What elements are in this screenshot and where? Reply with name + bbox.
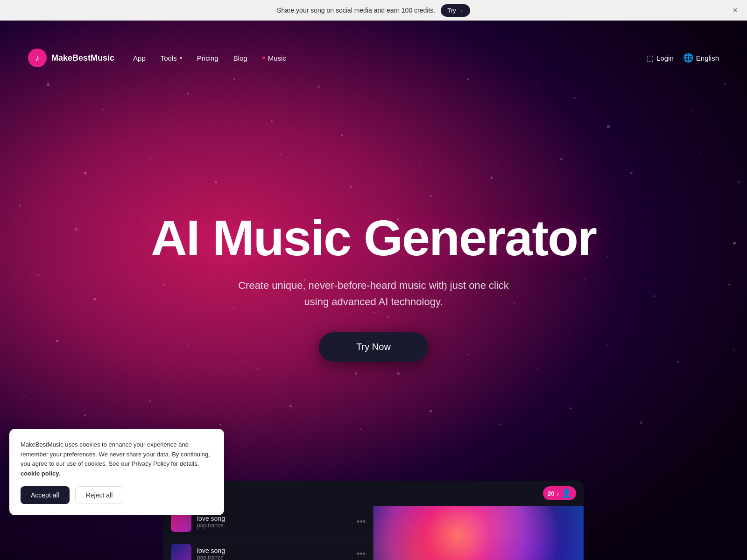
logo-text: MakeBestMusic xyxy=(51,53,114,63)
try-now-button[interactable]: Try Now xyxy=(319,332,428,362)
nav-links: App Tools ▾ Pricing Blog Music xyxy=(133,54,647,62)
cookie-buttons: Accept all Reject all xyxy=(21,486,213,504)
nav-app[interactable]: App xyxy=(133,54,146,62)
hero-title: AI Music Generator xyxy=(151,211,596,264)
globe-icon: 🌐 xyxy=(683,53,693,63)
reject-cookies-button[interactable]: Reject all xyxy=(75,486,124,504)
preview-content: love song pop,trance ••• love song pop,t… xyxy=(163,506,584,560)
logo[interactable]: ♪ MakeBestMusic xyxy=(28,49,114,67)
login-icon: ⬚ xyxy=(647,54,654,63)
credit-badge: 20 ♪ 👤 xyxy=(543,486,576,500)
song-tags: pop,trance xyxy=(197,554,351,560)
banner-try-button[interactable]: Try → xyxy=(441,4,470,17)
banner-text: Share your song on social media and earn… xyxy=(277,7,435,14)
hero-section: ♪ MakeBestMusic App Tools ▾ Pricing Blog… xyxy=(0,21,747,560)
cookie-banner: MakeBestMusic uses cookies to enhance yo… xyxy=(9,429,224,515)
navbar: ♪ MakeBestMusic App Tools ▾ Pricing Blog… xyxy=(0,41,747,75)
preview-header: 20 ♪ 👤 xyxy=(163,481,584,506)
banner-close-button[interactable]: × xyxy=(733,6,738,14)
art-panel xyxy=(374,506,584,560)
avatar-icon: 👤 xyxy=(561,488,571,498)
cookie-text: MakeBestMusic uses cookies to enhance yo… xyxy=(21,440,213,479)
song-more-button[interactable]: ••• xyxy=(357,549,366,559)
logo-icon: ♪ xyxy=(28,49,47,67)
song-info: love song pop,trance xyxy=(197,515,351,529)
nav-music[interactable]: Music xyxy=(262,54,286,62)
nav-pricing[interactable]: Pricing xyxy=(197,54,218,62)
song-name: love song xyxy=(197,515,351,522)
music-dot-icon xyxy=(262,56,265,59)
song-thumbnail xyxy=(171,544,191,560)
cookie-policy-link[interactable]: cookie policy. xyxy=(21,470,60,477)
language-button[interactable]: 🌐 English xyxy=(683,53,719,63)
top-banner: Share your song on social media and earn… xyxy=(0,0,747,21)
nav-blog[interactable]: Blog xyxy=(233,54,247,62)
hero-subtitle: Create unique, never-before-heard music … xyxy=(233,277,514,310)
song-tags: pop,trance xyxy=(197,522,351,529)
song-info: love song pop,trance xyxy=(197,547,351,560)
song-item: love song pop,trance ••• xyxy=(163,538,373,560)
login-button[interactable]: ⬚ Login xyxy=(647,54,674,63)
bottom-preview: 20 ♪ 👤 love song pop,trance ••• xyxy=(163,481,584,560)
art-image xyxy=(374,506,584,560)
nav-tools[interactable]: Tools ▾ xyxy=(161,54,182,62)
chevron-down-icon: ▾ xyxy=(180,56,182,61)
song-more-button[interactable]: ••• xyxy=(357,517,366,527)
accept-cookies-button[interactable]: Accept all xyxy=(21,486,70,504)
nav-right: ⬚ Login 🌐 English xyxy=(647,53,719,63)
song-name: love song xyxy=(197,547,351,554)
music-note-icon: ♪ xyxy=(557,490,560,497)
